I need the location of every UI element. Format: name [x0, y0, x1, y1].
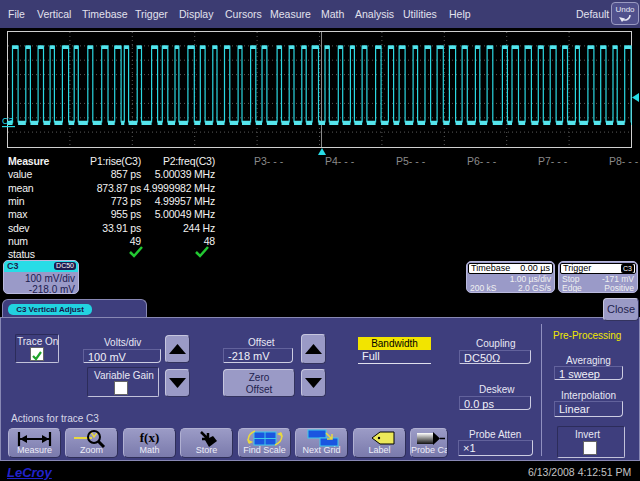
svg-text:C3: C3: [2, 116, 14, 126]
